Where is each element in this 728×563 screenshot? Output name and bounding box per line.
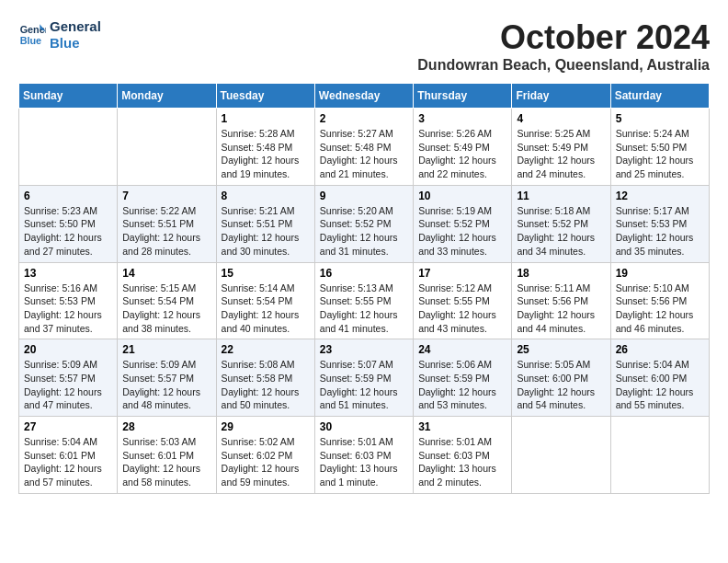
day-number: 26 bbox=[616, 343, 704, 356]
calendar-cell: 17Sunrise: 5:12 AMSunset: 5:55 PMDayligh… bbox=[414, 262, 512, 339]
calendar-cell: 25Sunrise: 5:05 AMSunset: 6:00 PMDayligh… bbox=[512, 339, 610, 417]
calendar-cell bbox=[118, 109, 216, 186]
day-number: 29 bbox=[222, 420, 310, 433]
cell-content: Sunrise: 5:20 AMSunset: 5:52 PMDaylight:… bbox=[320, 204, 408, 259]
calendar-cell bbox=[610, 417, 709, 494]
calendar-cell: 14Sunrise: 5:15 AMSunset: 5:54 PMDayligh… bbox=[118, 262, 216, 339]
week-row-2: 6Sunrise: 5:23 AMSunset: 5:50 PMDaylight… bbox=[19, 185, 710, 262]
day-number: 11 bbox=[517, 190, 605, 202]
cell-content: Sunrise: 5:27 AMSunset: 5:48 PMDaylight:… bbox=[320, 127, 408, 181]
cell-content: Sunrise: 5:28 AMSunset: 5:48 PMDaylight:… bbox=[222, 127, 310, 181]
cell-content: Sunrise: 5:04 AMSunset: 6:01 PMDaylight:… bbox=[24, 435, 112, 489]
day-number: 5 bbox=[616, 112, 704, 125]
cell-content: Sunrise: 5:04 AMSunset: 6:00 PMDaylight:… bbox=[616, 358, 704, 412]
day-number: 20 bbox=[24, 343, 112, 356]
cell-content: Sunrise: 5:08 AMSunset: 5:58 PMDaylight:… bbox=[222, 358, 310, 412]
cell-content: Sunrise: 5:21 AMSunset: 5:51 PMDaylight:… bbox=[222, 204, 310, 259]
cell-content: Sunrise: 5:01 AMSunset: 6:03 PMDaylight:… bbox=[418, 435, 506, 489]
weekday-header-friday: Friday bbox=[512, 84, 610, 109]
weekday-header-saturday: Saturday bbox=[610, 84, 709, 109]
day-number: 19 bbox=[616, 267, 704, 280]
day-number: 15 bbox=[222, 267, 310, 280]
calendar-cell: 15Sunrise: 5:14 AMSunset: 5:54 PMDayligh… bbox=[216, 262, 314, 339]
calendar-cell: 3Sunrise: 5:26 AMSunset: 5:49 PMDaylight… bbox=[414, 109, 512, 186]
day-number: 12 bbox=[616, 190, 704, 202]
day-number: 10 bbox=[418, 190, 506, 202]
week-row-5: 27Sunrise: 5:04 AMSunset: 6:01 PMDayligh… bbox=[19, 417, 710, 494]
day-number: 8 bbox=[222, 190, 310, 202]
calendar-cell: 1Sunrise: 5:28 AMSunset: 5:48 PMDaylight… bbox=[216, 109, 314, 186]
weekday-header-thursday: Thursday bbox=[414, 84, 512, 109]
cell-content: Sunrise: 5:23 AMSunset: 5:50 PMDaylight:… bbox=[24, 204, 112, 259]
calendar-cell bbox=[512, 417, 610, 494]
cell-content: Sunrise: 5:19 AMSunset: 5:52 PMDaylight:… bbox=[418, 204, 506, 259]
cell-content: Sunrise: 5:01 AMSunset: 6:03 PMDaylight:… bbox=[320, 435, 408, 489]
calendar-cell: 12Sunrise: 5:17 AMSunset: 5:53 PMDayligh… bbox=[610, 185, 709, 262]
title-area: October 2024 Dundowran Beach, Queensland… bbox=[417, 18, 710, 74]
calendar-cell: 9Sunrise: 5:20 AMSunset: 5:52 PMDaylight… bbox=[314, 185, 413, 262]
logo-line2: Blue bbox=[50, 35, 80, 51]
day-number: 17 bbox=[418, 267, 506, 280]
day-number: 2 bbox=[320, 112, 408, 125]
cell-content: Sunrise: 5:25 AMSunset: 5:49 PMDaylight:… bbox=[517, 127, 605, 181]
logo-icon: General Blue bbox=[18, 21, 46, 49]
svg-text:Blue: Blue bbox=[20, 35, 41, 46]
weekday-header-wednesday: Wednesday bbox=[314, 84, 413, 109]
calendar-cell bbox=[19, 109, 118, 186]
day-number: 22 bbox=[222, 343, 310, 356]
calendar-cell: 10Sunrise: 5:19 AMSunset: 5:52 PMDayligh… bbox=[414, 185, 512, 262]
cell-content: Sunrise: 5:13 AMSunset: 5:55 PMDaylight:… bbox=[320, 282, 408, 336]
day-number: 1 bbox=[222, 112, 310, 125]
calendar-cell: 13Sunrise: 5:16 AMSunset: 5:53 PMDayligh… bbox=[19, 262, 118, 339]
cell-content: Sunrise: 5:12 AMSunset: 5:55 PMDaylight:… bbox=[418, 282, 506, 336]
day-number: 18 bbox=[517, 267, 605, 280]
weekday-header-tuesday: Tuesday bbox=[216, 84, 314, 109]
day-number: 14 bbox=[122, 267, 210, 280]
day-number: 31 bbox=[418, 420, 506, 433]
calendar-cell: 18Sunrise: 5:11 AMSunset: 5:56 PMDayligh… bbox=[512, 262, 610, 339]
calendar-cell: 27Sunrise: 5:04 AMSunset: 6:01 PMDayligh… bbox=[19, 417, 118, 494]
day-number: 25 bbox=[517, 343, 605, 356]
day-number: 9 bbox=[320, 190, 408, 202]
day-number: 24 bbox=[418, 343, 506, 356]
day-number: 27 bbox=[24, 420, 112, 433]
calendar-cell: 8Sunrise: 5:21 AMSunset: 5:51 PMDaylight… bbox=[216, 185, 314, 262]
cell-content: Sunrise: 5:05 AMSunset: 6:00 PMDaylight:… bbox=[517, 358, 605, 412]
header: General Blue General Blue October 2024 D… bbox=[18, 18, 710, 74]
calendar-cell: 31Sunrise: 5:01 AMSunset: 6:03 PMDayligh… bbox=[414, 417, 512, 494]
calendar-table: SundayMondayTuesdayWednesdayThursdayFrid… bbox=[18, 83, 710, 494]
calendar-cell: 30Sunrise: 5:01 AMSunset: 6:03 PMDayligh… bbox=[314, 417, 413, 494]
calendar-cell: 20Sunrise: 5:09 AMSunset: 5:57 PMDayligh… bbox=[19, 339, 118, 417]
cell-content: Sunrise: 5:07 AMSunset: 5:59 PMDaylight:… bbox=[320, 358, 408, 412]
calendar-cell: 16Sunrise: 5:13 AMSunset: 5:55 PMDayligh… bbox=[314, 262, 413, 339]
week-row-3: 13Sunrise: 5:16 AMSunset: 5:53 PMDayligh… bbox=[19, 262, 710, 339]
cell-content: Sunrise: 5:22 AMSunset: 5:51 PMDaylight:… bbox=[122, 204, 210, 259]
day-number: 3 bbox=[418, 112, 506, 125]
cell-content: Sunrise: 5:24 AMSunset: 5:50 PMDaylight:… bbox=[616, 127, 704, 181]
cell-content: Sunrise: 5:10 AMSunset: 5:56 PMDaylight:… bbox=[616, 282, 704, 336]
cell-content: Sunrise: 5:18 AMSunset: 5:52 PMDaylight:… bbox=[517, 204, 605, 259]
week-row-4: 20Sunrise: 5:09 AMSunset: 5:57 PMDayligh… bbox=[19, 339, 710, 417]
cell-content: Sunrise: 5:06 AMSunset: 5:59 PMDaylight:… bbox=[418, 358, 506, 412]
calendar-cell: 7Sunrise: 5:22 AMSunset: 5:51 PMDaylight… bbox=[118, 185, 216, 262]
day-number: 30 bbox=[320, 420, 408, 433]
calendar-cell: 11Sunrise: 5:18 AMSunset: 5:52 PMDayligh… bbox=[512, 185, 610, 262]
calendar-cell: 24Sunrise: 5:06 AMSunset: 5:59 PMDayligh… bbox=[414, 339, 512, 417]
cell-content: Sunrise: 5:16 AMSunset: 5:53 PMDaylight:… bbox=[24, 282, 112, 336]
calendar-cell: 26Sunrise: 5:04 AMSunset: 6:00 PMDayligh… bbox=[610, 339, 709, 417]
day-number: 23 bbox=[320, 343, 408, 356]
month-title: October 2024 bbox=[417, 18, 710, 57]
weekday-header-monday: Monday bbox=[118, 84, 216, 109]
cell-content: Sunrise: 5:09 AMSunset: 5:57 PMDaylight:… bbox=[122, 358, 210, 412]
logo: General Blue General Blue bbox=[18, 18, 101, 52]
day-number: 6 bbox=[24, 190, 112, 202]
logo-line1: General bbox=[50, 18, 101, 34]
day-number: 21 bbox=[122, 343, 210, 356]
calendar-cell: 2Sunrise: 5:27 AMSunset: 5:48 PMDaylight… bbox=[314, 109, 413, 186]
calendar-cell: 29Sunrise: 5:02 AMSunset: 6:02 PMDayligh… bbox=[216, 417, 314, 494]
cell-content: Sunrise: 5:09 AMSunset: 5:57 PMDaylight:… bbox=[24, 358, 112, 412]
day-number: 4 bbox=[517, 112, 605, 125]
weekday-header-sunday: Sunday bbox=[19, 84, 118, 109]
calendar-cell: 21Sunrise: 5:09 AMSunset: 5:57 PMDayligh… bbox=[118, 339, 216, 417]
day-number: 7 bbox=[122, 190, 210, 202]
